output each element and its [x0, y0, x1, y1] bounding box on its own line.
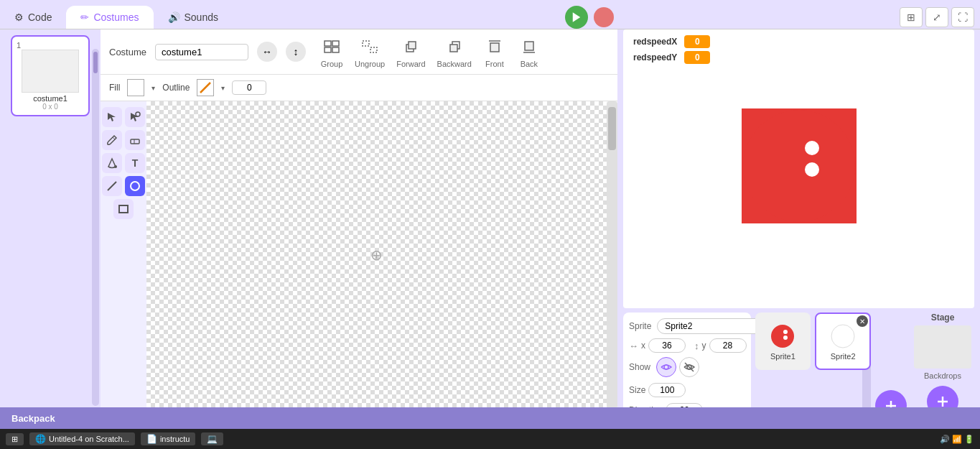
flip-horizontal-button[interactable]: ↔: [257, 42, 277, 62]
fill-label: Fill: [109, 83, 120, 93]
reshape-tool-button[interactable]: [125, 107, 145, 127]
taskbar-app[interactable]: 📄 instructu: [141, 432, 196, 445]
svg-point-36: [771, 325, 794, 348]
canvas-scrollbar-right[interactable]: [607, 101, 617, 409]
tool-row-line: [102, 176, 145, 196]
svg-rect-4: [332, 47, 339, 52]
back-icon: [518, 35, 541, 58]
x-label: x: [641, 341, 645, 351]
front-tool[interactable]: Front: [483, 35, 506, 68]
svg-rect-6: [370, 47, 377, 52]
sprite-red-circle: [742, 108, 857, 223]
sprite-x-stat: ↔ x: [629, 338, 686, 353]
y-input[interactable]: [709, 338, 747, 353]
flip-vertical-button[interactable]: ↕: [286, 42, 306, 62]
tool-row-fill: T: [102, 153, 145, 173]
editor-toolbar: Costume ↔ ↕ Group Ungroup: [101, 29, 617, 75]
expand-view-button[interactable]: ⊞: [900, 7, 923, 27]
sprite2-thumb[interactable]: ✕ Sprite2: [815, 313, 871, 370]
tool-row-select: [102, 107, 145, 127]
svg-rect-1: [325, 41, 331, 46]
code-icon: ⚙: [14, 11, 24, 23]
front-label: Front: [485, 60, 504, 68]
forward-tool[interactable]: Forward: [396, 35, 425, 68]
costume-list-scrollbar[interactable]: [92, 49, 99, 406]
fill-tool-button[interactable]: [102, 153, 122, 173]
green-flag-button[interactable]: [565, 6, 588, 29]
tab-code[interactable]: ⚙ Code: [0, 6, 66, 29]
costume-list-item[interactable]: 1 costume1 0 x 0: [11, 35, 90, 116]
svg-rect-13: [525, 42, 533, 50]
taskbar-sys[interactable]: 💻: [201, 432, 223, 445]
sprite1-thumb[interactable]: Sprite1: [755, 313, 811, 370]
svg-rect-12: [490, 43, 499, 52]
backward-tool[interactable]: Backward: [437, 35, 472, 68]
y-label: y: [702, 341, 706, 351]
var-redspeedx-name: redspeedX: [629, 35, 681, 48]
outline-number-input[interactable]: [232, 80, 266, 95]
svg-line-34: [685, 363, 694, 371]
browser-icon: 🌐: [35, 434, 46, 444]
back-tool[interactable]: Back: [518, 35, 541, 68]
brush-tool-button[interactable]: [102, 130, 122, 150]
fullscreen-button[interactable]: ⤢: [925, 7, 948, 27]
forward-label: Forward: [396, 60, 425, 68]
stage-view: redspeedX 0 redspeedY 0: [623, 29, 974, 308]
group-tool[interactable]: Group: [320, 35, 343, 68]
fill-color-box[interactable]: [127, 79, 144, 96]
shrink-view-button[interactable]: ⛶: [951, 7, 974, 27]
taskbar-browser[interactable]: 🌐 Untitled-4 on Scratch...: [29, 432, 135, 445]
outline-label: Outline: [162, 83, 190, 93]
x-input[interactable]: [648, 338, 686, 353]
svg-rect-25: [119, 205, 128, 213]
right-area: redspeedX 0 redspeedY 0: [617, 29, 980, 438]
show-visible-button[interactable]: [656, 357, 676, 377]
sounds-speaker-icon: 🔊: [168, 11, 180, 23]
fill-dropdown-button[interactable]: ▾: [151, 84, 155, 92]
outline-color-box[interactable]: [197, 79, 214, 96]
sprite-pos-row: ↔ x ↕ y: [629, 338, 745, 353]
sprite-name-row: Sprite: [629, 318, 745, 334]
show-hidden-button[interactable]: [679, 357, 699, 377]
group-icon: [320, 35, 343, 58]
eraser-tool-button[interactable]: [125, 130, 145, 150]
select-tool-button[interactable]: [102, 107, 122, 127]
size-input[interactable]: [648, 383, 686, 397]
front-icon: [483, 35, 506, 58]
taskbar-start[interactable]: ⊞: [6, 433, 24, 445]
ellipse-tool-button[interactable]: [125, 176, 145, 196]
canvas-crosshair: ⊕: [370, 246, 383, 264]
rect-tool-button[interactable]: [113, 199, 134, 219]
sprite2-label: Sprite2: [831, 352, 856, 361]
sprite-y-stat: ↕ y: [694, 338, 747, 353]
stop-button[interactable]: [594, 7, 614, 27]
svg-point-37: [783, 330, 788, 334]
tool-row-rect: [113, 199, 134, 219]
text-tool-button[interactable]: T: [125, 153, 145, 173]
transform-tools: Group Ungroup Forward: [320, 35, 541, 68]
editor-panel: Costume ↔ ↕ Group Ungroup: [101, 29, 617, 438]
tab-costumes[interactable]: ✏ Costumes: [66, 6, 153, 29]
drawing-area-wrapper: T: [101, 101, 617, 438]
svg-point-39: [831, 325, 854, 348]
fill-outline-row: Fill ▾ Outline ▾: [101, 75, 617, 101]
ungroup-tool[interactable]: Ungroup: [355, 35, 385, 68]
sprite2-delete-button[interactable]: ✕: [857, 315, 868, 327]
stage-mini-preview[interactable]: [914, 325, 971, 369]
size-stat: Size: [629, 383, 686, 397]
backpack-bar[interactable]: Backpack: [0, 407, 980, 429]
var-redspeedy: redspeedY 0: [629, 51, 710, 64]
variables-overlay: redspeedX 0 redspeedY 0: [629, 35, 710, 64]
tab-sounds[interactable]: 🔊 Sounds: [154, 6, 233, 29]
canvas-area[interactable]: ⊕ Convert to Bitmap − =: [146, 101, 617, 438]
y-arrows-icon: ↕: [694, 341, 699, 351]
costume-name-label: Costume: [109, 47, 146, 57]
tools-panel: T: [101, 101, 146, 438]
costume-item-name: costume1: [33, 94, 67, 103]
outline-dropdown-button[interactable]: ▾: [221, 84, 225, 92]
sys-icon: 💻: [207, 434, 218, 444]
svg-rect-2: [332, 41, 339, 46]
costume-name-input[interactable]: [155, 44, 248, 60]
svg-marker-17: [131, 113, 139, 121]
line-tool-button[interactable]: [102, 176, 122, 196]
